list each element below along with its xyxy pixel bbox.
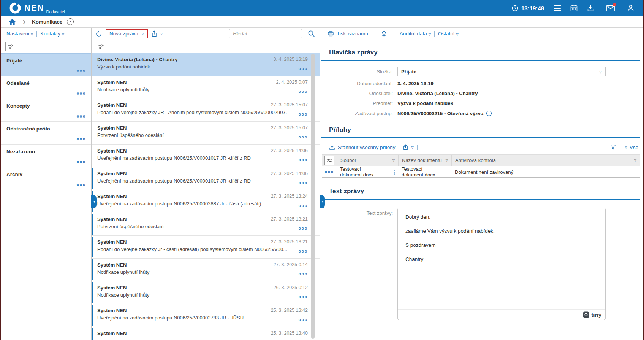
folder-more-actions[interactable]: ooo xyxy=(77,92,86,95)
field-value-subject: Výzva k podání nabídek xyxy=(397,100,641,106)
folder-select[interactable]: Přijaté ▽ xyxy=(397,67,606,76)
message-list-panel: Nová zpráva ▽ ▽ xyxy=(92,28,320,340)
message-subject: Notifikace uplynutí lhůty xyxy=(97,269,294,275)
tiny-brand-text: tiny xyxy=(591,311,601,318)
folder-item[interactable]: Koncepty ooo xyxy=(1,99,91,122)
message-more-actions[interactable]: ooo xyxy=(299,318,308,322)
attachment-row[interactable]: ooo Testovací dokument.docx Testovací do… xyxy=(322,166,640,178)
attachment-antivirus-cell: Dokument není zavirovaný xyxy=(451,166,640,178)
message-list-item[interactable]: Systém NEN Uveřejnění na zadávacím postu… xyxy=(92,145,320,167)
message-list-item[interactable]: Systém NEN Potvrzení úspěšného odeslání … xyxy=(92,213,320,236)
message-list-item[interactable]: Systém NEN 25. 3. 2025 13:40 ooo xyxy=(92,327,320,340)
message-sender: Systém NEN xyxy=(97,194,278,199)
message-more-actions[interactable]: ooo xyxy=(299,181,308,185)
show-all-filter[interactable]: ▽ Vše xyxy=(623,145,638,150)
row-more-actions[interactable]: ooo xyxy=(325,170,334,174)
message-more-actions[interactable]: ooo xyxy=(299,67,308,71)
search-icon[interactable] xyxy=(308,30,315,37)
message-date: 27. 3. 2025 13:21 xyxy=(271,239,308,245)
download-icon[interactable] xyxy=(587,5,594,12)
refresh-icon[interactable] xyxy=(95,30,102,37)
close-tab-icon[interactable]: × xyxy=(67,18,74,25)
folder-item[interactable]: Archiv ooo xyxy=(1,167,91,190)
field-value-procedure: N006/25/V00003215 - Otevřená výzva xyxy=(397,111,483,116)
search-input[interactable] xyxy=(229,29,302,38)
share-icon[interactable]: ▽ xyxy=(151,30,163,37)
collapse-panel-handle[interactable]: ◄ xyxy=(91,195,97,208)
folder-item[interactable]: Nezařazeno ooo xyxy=(1,145,91,167)
message-more-actions[interactable]: ooo xyxy=(299,272,308,276)
message-list-item[interactable]: Divine. Victoria (Leliana) - Chantry Výz… xyxy=(92,53,320,76)
contacts-menu[interactable]: Kontakty▽ xyxy=(40,31,64,37)
brand-product: Dodavatel xyxy=(46,10,65,14)
folder-more-actions[interactable]: ooo xyxy=(77,69,86,73)
message-list-item[interactable]: Systém NEN Uveřejnění na zadávacím postu… xyxy=(92,304,320,327)
menu-icon[interactable] xyxy=(554,5,561,11)
message-list-item[interactable]: Systém NEN Notifikace uplynutí lhůty 2. … xyxy=(92,76,320,99)
filter-funnel-icon[interactable] xyxy=(610,144,616,150)
new-message-button[interactable]: Nová zpráva ▽ xyxy=(106,29,148,38)
column-header-document-name[interactable]: Název dokumentu ▽ xyxy=(398,155,451,166)
user-icon[interactable] xyxy=(627,4,635,12)
print-record-button[interactable]: Tisk záznamu xyxy=(328,30,368,37)
message-sender: Systém NEN xyxy=(97,171,278,176)
message-more-actions[interactable]: ooo xyxy=(299,249,308,253)
message-more-actions[interactable]: ooo xyxy=(299,135,308,139)
message-list-item[interactable]: Systém NEN Notifikace uplynutí lhůty 26.… xyxy=(92,281,320,304)
filter-settings-icon[interactable] xyxy=(5,42,16,51)
message-sender: Systém NEN xyxy=(97,262,278,268)
message-paragraph: Dobrý den, xyxy=(405,214,598,220)
home-icon[interactable] xyxy=(9,18,16,25)
certificate-icon[interactable] xyxy=(375,30,392,37)
message-list-item[interactable]: Systém NEN Podání do veřejné zakázky Jr … xyxy=(92,236,320,259)
message-list-item[interactable]: Systém NEN Podání do veřejné zakázky JR … xyxy=(92,99,320,122)
other-menu[interactable]: Ostatní▽ xyxy=(438,31,459,37)
folder-item[interactable]: Odstraněná pošta ooo xyxy=(1,122,91,145)
chevron-down-icon: ▽ xyxy=(160,32,163,35)
scrollbar-thumb[interactable] xyxy=(311,54,315,339)
attachment-name-cell: Testovací dokument.docx xyxy=(398,166,451,178)
calendar-icon[interactable] xyxy=(570,5,578,12)
settings-menu[interactable]: Nastaveni▽ xyxy=(6,31,33,37)
message-list-item[interactable]: Systém NEN Notifikace uplynutí lhůty 27.… xyxy=(92,259,320,281)
info-icon[interactable] xyxy=(486,110,492,116)
message-list-item[interactable]: Systém NEN Potvrzení úspěšného odeslání … xyxy=(92,122,320,145)
share-icon[interactable]: ▽ xyxy=(403,144,414,150)
column-header-file[interactable]: Soubor ▽ xyxy=(337,155,398,166)
messages-icon[interactable] xyxy=(604,2,617,14)
breadcrumb-page-title[interactable]: Komunikace xyxy=(32,19,62,25)
folder-name: Archiv xyxy=(6,172,86,177)
message-sender: Systém NEN xyxy=(97,79,278,85)
chevron-down-icon: ▽ xyxy=(392,159,395,162)
chevron-down-icon: ▽ xyxy=(625,146,627,149)
folder-more-actions[interactable]: ooo xyxy=(77,160,86,164)
message-list-item[interactable]: Systém NEN Uveřejnění na zadávacím postu… xyxy=(92,167,320,190)
message-more-actions[interactable]: ooo xyxy=(299,295,308,299)
folder-item[interactable]: Přijaté ooo xyxy=(1,53,91,76)
message-date: 3. 4. 2025 13:19 xyxy=(274,57,308,62)
folder-more-actions[interactable]: ooo xyxy=(77,114,86,118)
message-more-actions[interactable]: ooo xyxy=(299,90,308,94)
message-date: 2. 4. 2025 0:07 xyxy=(276,79,308,85)
message-more-actions[interactable]: ooo xyxy=(299,113,308,116)
message-body-editor[interactable]: Dobrý den,zasíláme Vám výzvu k podání na… xyxy=(397,208,606,320)
folder-more-actions[interactable]: ooo xyxy=(77,183,86,187)
message-more-actions[interactable]: ooo xyxy=(299,204,308,208)
message-more-actions[interactable]: ooo xyxy=(299,227,308,230)
table-filter-settings-icon[interactable] xyxy=(324,156,334,165)
message-date: 27. 3. 2025 0:14 xyxy=(274,262,308,267)
download-all-attachments-button[interactable]: Stáhnout všechny přílohy xyxy=(329,144,396,150)
collapse-panel-handle[interactable]: ◄ xyxy=(320,195,325,208)
column-header-antivirus[interactable]: Antivirová kontrola ▽ xyxy=(451,155,640,166)
filter-settings-icon[interactable] xyxy=(96,42,106,51)
audit-data-menu[interactable]: Auditní data▽ xyxy=(400,31,431,37)
message-more-actions[interactable]: ooo xyxy=(299,158,308,162)
row-drag-handle-icon[interactable] xyxy=(394,170,395,175)
message-sender: Systém NEN xyxy=(97,239,278,245)
printer-icon xyxy=(328,30,334,37)
folder-item[interactable]: Odeslané ooo xyxy=(1,76,91,99)
nen-logo-icon[interactable] xyxy=(9,2,22,14)
message-list-item[interactable]: Systém NEN Uveřejnění na zadávacím postu… xyxy=(92,190,320,213)
folder-more-actions[interactable]: ooo xyxy=(77,137,86,141)
message-sender: Systém NEN xyxy=(97,102,278,108)
